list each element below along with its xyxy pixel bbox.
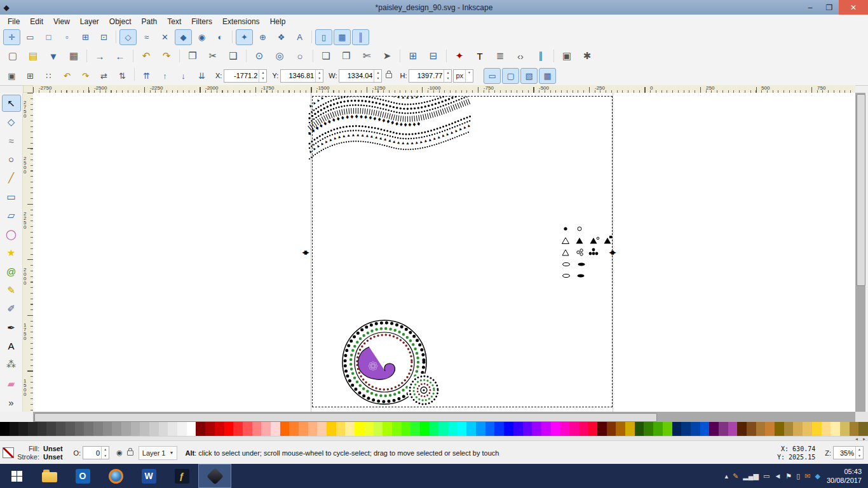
- network-signal-icon[interactable]: ▂▄▆: [743, 472, 759, 480]
- tool-node-button[interactable]: ◇: [2, 113, 21, 130]
- palette-swatch[interactable]: [410, 422, 420, 436]
- palette-swatch[interactable]: [131, 422, 140, 436]
- unit-select[interactable]: px ▼: [453, 69, 473, 83]
- tool-ellipse-button[interactable]: ◯: [2, 226, 21, 243]
- xml-editor-button[interactable]: ‹›: [511, 47, 530, 65]
- palette-swatch[interactable]: [205, 422, 215, 436]
- firefox-button[interactable]: [99, 464, 132, 488]
- outlook-tray-icon[interactable]: ✉: [804, 472, 810, 480]
- palette-swatch[interactable]: [93, 422, 103, 436]
- palette-swatch[interactable]: [252, 422, 262, 436]
- palette-swatch[interactable]: [476, 422, 485, 436]
- palette-swatch[interactable]: [588, 422, 597, 436]
- palette-swatch[interactable]: [513, 422, 523, 436]
- document-save-button[interactable]: ▼: [44, 47, 63, 65]
- zoom-drawing-button[interactable]: ◎: [270, 47, 289, 65]
- palette-swatch[interactable]: [392, 422, 402, 436]
- snap-paths-button[interactable]: ≈: [138, 29, 155, 45]
- word-button[interactable]: W: [132, 464, 165, 488]
- palette-swatch[interactable]: [635, 422, 644, 436]
- clock[interactable]: 05:43 30/08/2017: [827, 464, 868, 488]
- x-input[interactable]: [224, 72, 259, 79]
- palette-swatch[interactable]: [402, 422, 411, 436]
- palette-swatch[interactable]: [458, 422, 467, 436]
- tool-measure-button[interactable]: ╱: [2, 170, 21, 187]
- duplicate-button[interactable]: ❏: [316, 47, 336, 65]
- palette-swatch[interactable]: [84, 422, 93, 436]
- palette-swatch[interactable]: [345, 422, 355, 436]
- palette-swatch[interactable]: [420, 422, 430, 436]
- palette-swatch[interactable]: [28, 422, 37, 436]
- tool-selector-button[interactable]: ↖: [2, 95, 21, 112]
- display-icon[interactable]: ▭: [763, 472, 770, 480]
- document-print-button[interactable]: ▦: [64, 47, 83, 65]
- palette-swatch[interactable]: [261, 422, 271, 436]
- snap-bbox-corners-button[interactable]: ▫: [58, 29, 76, 45]
- document-new-button[interactable]: ▢: [3, 47, 22, 65]
- palette-swatch[interactable]: [504, 422, 513, 436]
- no-color-indicator[interactable]: [3, 447, 14, 458]
- snap-midpoints-button[interactable]: ◐: [212, 29, 229, 45]
- group-button[interactable]: ⊞: [403, 47, 423, 65]
- w-spinner[interactable]: ▲▼: [374, 70, 381, 82]
- snap-rotation-centers-button[interactable]: ❖: [273, 29, 290, 45]
- horizontal-scrollbar[interactable]: [33, 412, 855, 422]
- h-input[interactable]: [409, 72, 444, 79]
- export-button[interactable]: ←: [111, 47, 130, 65]
- zoom-input[interactable]: [834, 449, 855, 457]
- tool-spray-button[interactable]: ⁂: [2, 356, 21, 374]
- volume-icon[interactable]: ◄: [774, 472, 781, 480]
- snap-others-button[interactable]: ✦: [236, 29, 253, 45]
- palette-swatch[interactable]: [803, 422, 812, 436]
- palette-swatch[interactable]: [709, 422, 719, 436]
- menu-file[interactable]: File: [3, 16, 25, 27]
- toolbox-overflow-button[interactable]: »: [2, 394, 21, 411]
- palette-swatch[interactable]: [308, 422, 318, 436]
- x-spinner[interactable]: ▲▼: [259, 70, 266, 82]
- tool-star-button[interactable]: ★: [2, 244, 21, 261]
- h-spinner[interactable]: ▲▼: [444, 70, 451, 82]
- palette-swatch[interactable]: [691, 422, 700, 436]
- palette-swatch[interactable]: [765, 422, 775, 436]
- palette-swatch[interactable]: [168, 422, 177, 436]
- rotate-cw-button[interactable]: ↷: [77, 68, 94, 84]
- palette-swatch[interactable]: [374, 422, 383, 436]
- palette-swatch[interactable]: [672, 422, 682, 436]
- palette-swatch[interactable]: [430, 422, 439, 436]
- snap-text-baselines-button[interactable]: A: [291, 29, 308, 45]
- vertical-scrollbar-thumb[interactable]: [857, 94, 865, 286]
- scale-stroke-toggle-button[interactable]: ▭: [484, 68, 501, 84]
- palette-swatch[interactable]: [551, 422, 560, 436]
- layers-dialog-button[interactable]: ≣: [491, 47, 510, 65]
- snap-bbox-button[interactable]: ▭: [22, 29, 39, 45]
- menu-object[interactable]: Object: [104, 16, 137, 27]
- undo-button[interactable]: ↶: [137, 47, 156, 65]
- zoom-selection-button[interactable]: ⊙: [250, 47, 269, 65]
- palette-swatch[interactable]: [532, 422, 541, 436]
- app-swirl-button[interactable]: ƒ: [165, 464, 198, 488]
- lace-artwork[interactable]: ▲▲▲▲▲▲▲▲▲▲▲▲▲▲▲▲▲▲▲▲▲▲▲▲▲▲▲▲▲▲▲▲▲▲▲▲▲▲▲▲…: [307, 97, 472, 180]
- ruler-corner[interactable]: [23, 85, 33, 93]
- palette-swatch[interactable]: [448, 422, 458, 436]
- document-open-button[interactable]: ▤: [24, 47, 43, 65]
- palette-swatch[interactable]: [616, 422, 625, 436]
- palette-swatch[interactable]: [0, 422, 10, 436]
- palette-swatch[interactable]: [112, 422, 121, 436]
- snap-cusp-nodes-button[interactable]: ◆: [175, 29, 192, 45]
- text-dialog-button[interactable]: T: [470, 47, 489, 65]
- palette-swatch[interactable]: [10, 422, 19, 436]
- vertical-scrollbar[interactable]: [855, 93, 865, 412]
- palette-swatch[interactable]: [775, 422, 784, 436]
- copy-button[interactable]: ❐: [183, 47, 202, 65]
- tool-rectangle-button[interactable]: ▭: [2, 188, 21, 205]
- tool-calligraphy-button[interactable]: ✒: [2, 319, 21, 336]
- opacity-spinner[interactable]: ▲▼: [101, 447, 109, 459]
- palette-swatch[interactable]: [466, 422, 476, 436]
- palette-swatch[interactable]: [56, 422, 65, 436]
- palette-swatch[interactable]: [625, 422, 635, 436]
- inkscape-button[interactable]: [198, 464, 231, 488]
- zoom-page-button[interactable]: ○: [290, 47, 309, 65]
- paste-button[interactable]: ❑: [224, 47, 243, 65]
- palette-swatch[interactable]: [541, 422, 551, 436]
- palette-swatch[interactable]: [438, 422, 448, 436]
